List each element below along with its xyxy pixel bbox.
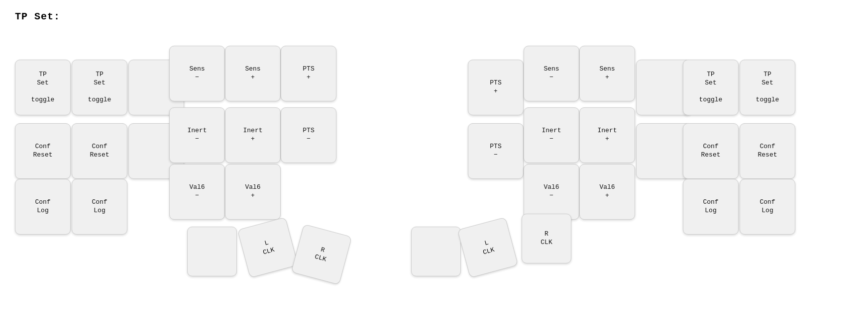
key-r-conf-log-1[interactable]: Conf Log xyxy=(683,179,739,235)
key-l-conf-reset-2[interactable]: Conf Reset xyxy=(72,123,127,179)
key-l-val6-plus[interactable]: Val6 + xyxy=(225,164,281,220)
key-r-pts-minus[interactable]: PTS − xyxy=(468,123,524,179)
key-r-conf-reset-1[interactable]: Conf Reset xyxy=(683,123,739,179)
key-l-conf-log-1[interactable]: Conf Log xyxy=(15,179,71,235)
key-r-sens-plus[interactable]: Sens + xyxy=(579,46,635,101)
key-l-thumb-blank xyxy=(187,227,237,276)
key-r-inert-plus[interactable]: Inert + xyxy=(579,107,635,163)
key-r-conf-reset-2[interactable]: Conf Reset xyxy=(740,123,795,179)
key-l-thumb-lclk[interactable]: L CLK xyxy=(237,217,298,278)
key-r-thumb-rclk[interactable]: R CLK xyxy=(522,214,571,263)
key-r-val6-plus[interactable]: Val6 + xyxy=(579,164,635,220)
key-l-sens-plus[interactable]: Sens + xyxy=(225,46,281,101)
key-r-thumb-lclk[interactable]: L CLK xyxy=(457,217,518,278)
key-l-tp-set-toggle-2[interactable]: TP Set toggle xyxy=(72,60,127,115)
key-r-val6-minus[interactable]: Val6 − xyxy=(524,164,579,220)
key-r-sens-minus[interactable]: Sens − xyxy=(524,46,579,101)
key-r-tp-set-toggle-1[interactable]: TP Set toggle xyxy=(683,60,739,115)
key-r-thumb-blank xyxy=(411,227,461,276)
key-r-tp-set-toggle-2[interactable]: TP Set toggle xyxy=(740,60,795,115)
key-r-conf-log-2[interactable]: Conf Log xyxy=(740,179,795,235)
key-l-sens-minus[interactable]: Sens − xyxy=(169,46,225,101)
key-l-inert-plus[interactable]: Inert + xyxy=(225,107,281,163)
key-l-tp-set-toggle-1[interactable]: TP Set toggle xyxy=(15,60,71,115)
page-title: TP Set: xyxy=(15,11,60,22)
key-l-thumb-rclk[interactable]: R CLK xyxy=(291,224,352,285)
key-l-inert-minus[interactable]: Inert − xyxy=(169,107,225,163)
key-l-conf-log-2[interactable]: Conf Log xyxy=(72,179,127,235)
key-l-val6-minus[interactable]: Val6 − xyxy=(169,164,225,220)
key-r-pts-plus[interactable]: PTS + xyxy=(468,60,524,115)
key-l-pts-plus[interactable]: PTS + xyxy=(281,46,336,101)
key-l-conf-reset-1[interactable]: Conf Reset xyxy=(15,123,71,179)
key-l-pts-minus[interactable]: PTS − xyxy=(281,107,336,163)
key-r-inert-minus[interactable]: Inert − xyxy=(524,107,579,163)
